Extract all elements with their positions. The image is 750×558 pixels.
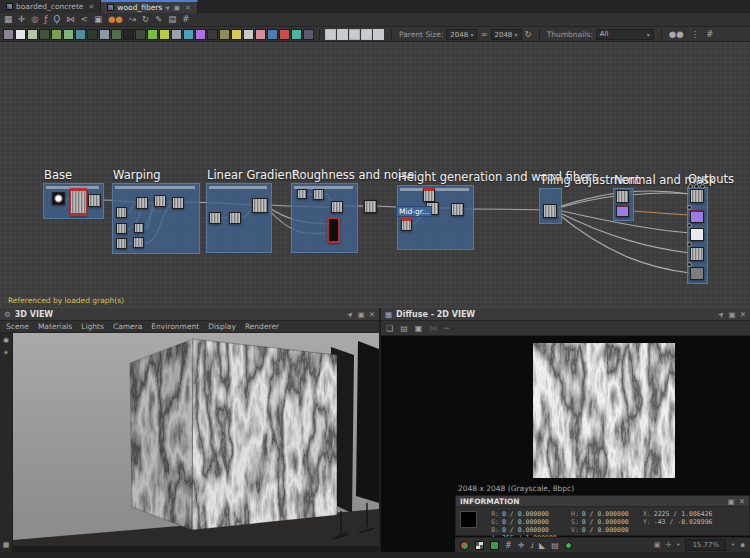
- 2d-view-canvas[interactable]: 2048 x 2048 (Grayscale, 8bpc) INFORMATIO…: [381, 336, 750, 552]
- fit-view-icon[interactable]: ▣: [654, 541, 661, 549]
- palette-gray-node-3[interactable]: [361, 29, 372, 40]
- float-icon[interactable]: ▣: [729, 310, 736, 319]
- thumbnails-dropdown[interactable]: All▾: [596, 29, 654, 40]
- menu-display[interactable]: Display: [208, 322, 236, 331]
- menu-scene[interactable]: Scene: [6, 322, 29, 331]
- palette-node-20[interactable]: [243, 29, 254, 40]
- green-channel-icon[interactable]: [490, 541, 499, 550]
- palette-node-6[interactable]: [75, 29, 86, 40]
- select-frame-icon[interactable]: ▦: [4, 13, 12, 26]
- palette-node-9[interactable]: [111, 29, 122, 40]
- pin-icon[interactable]: ➤: [163, 3, 173, 13]
- graph-node-17[interactable]: [327, 217, 340, 243]
- menu-environment[interactable]: Environment: [151, 322, 199, 331]
- palette-gray-node-4[interactable]: [373, 29, 384, 40]
- link-size-icon[interactable]: ∞: [480, 28, 487, 41]
- graph-node-7[interactable]: [116, 223, 127, 234]
- rotate-icon[interactable]: ↻: [142, 13, 149, 26]
- spline-icon[interactable]: ↝: [129, 13, 136, 26]
- palette-node-16[interactable]: [195, 29, 206, 40]
- float-icon[interactable]: ▣: [358, 310, 365, 319]
- graph-node-5[interactable]: [172, 197, 184, 209]
- palette-node-1[interactable]: [15, 29, 26, 40]
- pin-icon[interactable]: ➤: [716, 309, 727, 320]
- graph-node-9[interactable]: [116, 238, 127, 249]
- filter-icon[interactable]: ━: [444, 322, 449, 335]
- palette-node-4[interactable]: [51, 29, 62, 40]
- share-node-icon[interactable]: <: [81, 13, 88, 26]
- lock-icon[interactable]: ▪: [740, 541, 745, 549]
- info-icon[interactable]: i: [530, 539, 533, 552]
- checker-background-icon[interactable]: [475, 541, 484, 550]
- gear-icon[interactable]: ⚙: [4, 310, 11, 319]
- link-view-icon[interactable]: ⋈: [429, 322, 437, 335]
- pause-engine-icon[interactable]: ●●: [108, 13, 123, 26]
- graph-node-28[interactable]: [690, 228, 704, 241]
- palette-node-8[interactable]: [99, 29, 110, 40]
- edit-icon[interactable]: ✎: [155, 13, 162, 26]
- graph-node-0[interactable]: [52, 192, 65, 205]
- graph-node-1[interactable]: [70, 188, 87, 216]
- function-icon[interactable]: ƒ: [45, 13, 48, 26]
- copy-image-icon[interactable]: ▣: [415, 322, 423, 335]
- palette-node-0[interactable]: [3, 29, 14, 40]
- float-icon[interactable]: ▣: [728, 497, 735, 506]
- close-icon[interactable]: ✕: [86, 3, 94, 11]
- palette-node-24[interactable]: [291, 29, 302, 40]
- frame-icon[interactable]: #: [182, 13, 189, 26]
- close-icon[interactable]: ✕: [183, 4, 191, 12]
- parent-size-dropdown[interactable]: 2048 ▾: [446, 29, 477, 40]
- snapshot-icon[interactable]: ◎: [31, 13, 38, 26]
- new-view-icon[interactable]: ❏: [386, 322, 393, 335]
- search-icon[interactable]: Ϙ: [54, 13, 61, 26]
- graph-node-11[interactable]: [209, 212, 221, 224]
- image-icon[interactable]: ▤: [551, 539, 559, 552]
- menu-camera[interactable]: Camera: [113, 322, 142, 331]
- transform-icon[interactable]: ✛: [518, 539, 525, 552]
- grid-snap-icon[interactable]: #: [706, 28, 713, 41]
- graph-canvas[interactable]: BaseWarpingLinear GradientRoughness and …: [0, 42, 750, 308]
- display-node-icon[interactable]: ▣: [94, 13, 102, 26]
- size-dropdown[interactable]: 2048 ▾: [491, 29, 522, 40]
- palette-gray-node-2[interactable]: [349, 29, 360, 40]
- palette-node-23[interactable]: [279, 29, 290, 40]
- palette-node-14[interactable]: [171, 29, 182, 40]
- graph-node-26[interactable]: [690, 189, 704, 203]
- zoom-out-icon[interactable]: •: [676, 541, 680, 549]
- palette-node-18[interactable]: [219, 29, 230, 40]
- material-ball-icon[interactable]: [460, 541, 469, 550]
- graph-node-24[interactable]: [616, 190, 629, 203]
- palette-node-15[interactable]: [183, 29, 194, 40]
- close-icon[interactable]: ✕: [740, 310, 746, 319]
- tab-wood-fibers[interactable]: wood_fibers ➤ ▣ ✕: [101, 0, 197, 13]
- float-icon[interactable]: ▣: [174, 4, 180, 12]
- pan-icon[interactable]: ✛: [18, 13, 25, 26]
- light-icon[interactable]: ☀: [3, 349, 9, 357]
- graph-node-12[interactable]: [229, 212, 241, 224]
- pin-icon[interactable]: ➤: [345, 309, 356, 320]
- status-dot-icon[interactable]: [565, 542, 572, 549]
- graph-node-13[interactable]: [252, 198, 268, 213]
- palette-node-3[interactable]: [39, 29, 50, 40]
- palette-node-7[interactable]: [87, 29, 98, 40]
- graph-node-16[interactable]: [331, 201, 343, 213]
- reset-size-icon[interactable]: ↻: [525, 28, 532, 41]
- palette-node-12[interactable]: [147, 29, 158, 40]
- graph-node-3[interactable]: [136, 197, 148, 209]
- graph-node-19[interactable]: [423, 188, 435, 202]
- palette-node-13[interactable]: [159, 29, 170, 40]
- compare-icon[interactable]: ●●: [669, 28, 684, 41]
- graph-node-22[interactable]: [401, 218, 412, 231]
- close-icon[interactable]: ✕: [739, 497, 745, 506]
- image-frame-icon[interactable]: ▤: [168, 13, 176, 26]
- zoom-in-icon[interactable]: •: [731, 541, 735, 549]
- scene-tools-icon[interactable]: ▦: [3, 541, 10, 549]
- graph-node-6[interactable]: [116, 207, 127, 218]
- palette-node-19[interactable]: [231, 29, 242, 40]
- graph-node-10[interactable]: [133, 237, 144, 248]
- graph-node-2[interactable]: [88, 194, 101, 207]
- tab-boarded-concrete[interactable]: boarded_concrete ✕: [0, 0, 101, 13]
- menu-renderer[interactable]: Renderer: [245, 322, 279, 331]
- graph-node-18[interactable]: [364, 200, 377, 213]
- zoom-level[interactable]: 15.77%: [685, 539, 726, 551]
